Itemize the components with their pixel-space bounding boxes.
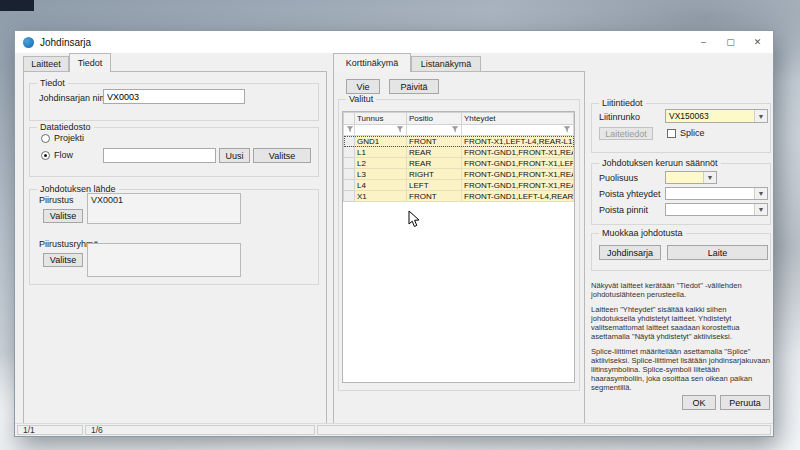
table-cell: FRONT-GND1,FRONT-X1,REAR-... [462, 169, 574, 180]
table-cell: RIGHT [407, 169, 462, 180]
edit-harness-button[interactable]: Johdinsarja [599, 245, 661, 260]
device-info-button[interactable]: Laitetiedot [599, 127, 653, 140]
info-text: Näkyvät laitteet kerätään "Tiedot" -väli… [591, 281, 772, 398]
table-row[interactable]: L2REARFRONT-GND1,FRONT-X1,LEFT-... [344, 158, 574, 169]
table-row[interactable]: GND1FRONTFRONT-X1,LEFT-L4,REAR-L1,R... [344, 136, 574, 147]
title-bar: Johdinsarja – ▢ ✕ [15, 31, 773, 53]
rules-group-title: Johdotuksen keruun säännöt [599, 158, 721, 168]
table-cell: L3 [355, 169, 407, 180]
edit-device-button[interactable]: Laite [667, 245, 768, 260]
table-row[interactable]: X1FRONTFRONT-GND1,LEFT-L4,REAR-L1... [344, 191, 574, 202]
harness-name-label: Johdinsarjan nimi [39, 93, 109, 103]
radio-projekti[interactable]: Projekti [41, 133, 84, 143]
connector-group-title: Liitintiedot [599, 98, 646, 108]
select-file-button[interactable]: Valitse [253, 148, 311, 163]
select-drawing-group-button[interactable]: Valitse [43, 253, 83, 267]
tab-laitteet[interactable]: Laitteet [23, 56, 69, 71]
window-controls: – ▢ ✕ [690, 31, 771, 53]
chevron-down-icon: ▼ [754, 204, 767, 215]
table-header-row: Tunnus Positio Yhteydet [344, 113, 574, 125]
minimize-icon[interactable]: – [690, 31, 717, 53]
filter-icon[interactable] [396, 125, 404, 133]
table-row[interactable]: L3RIGHTFRONT-GND1,FRONT-X1,REAR-... [344, 169, 574, 180]
table-cell: LEFT [407, 180, 462, 191]
filter-row [344, 125, 574, 136]
header-indicator-cell [344, 113, 355, 125]
new-button[interactable]: Uusi [219, 148, 250, 163]
selected-group-title: Valitut [346, 94, 376, 104]
info-paragraph: Laitteen "Yhteydet" sisältää kaikki siih… [591, 305, 772, 341]
johdinsarja-dialog: Johdinsarja – ▢ ✕ Laitteet Tiedot Tiedot… [14, 30, 774, 437]
connector-body-value: VX150063 [666, 110, 754, 122]
table-cell: FRONT [407, 136, 462, 147]
table-cell: FRONT-X1,LEFT-L4,REAR-L1,R... [462, 136, 574, 147]
table-cell: GND1 [355, 136, 407, 147]
column-header-positio[interactable]: Positio [407, 113, 462, 125]
chevron-down-icon: ▼ [754, 188, 767, 199]
table-cell: L2 [355, 158, 407, 169]
table-cell: REAR [407, 147, 462, 158]
table-cell: FRONT-GND1,FRONT-X1,REAR-... [462, 180, 574, 191]
select-drawing-button[interactable]: Valitse [43, 209, 83, 223]
flow-file-input[interactable] [103, 148, 216, 163]
tiedot-group-title: Tiedot [37, 78, 68, 88]
radio-projekti-label: Projekti [54, 133, 84, 143]
cancel-button[interactable]: Peruuta [720, 395, 770, 410]
device-table-body: GND1FRONTFRONT-X1,LEFT-L4,REAR-L1,R...L1… [344, 136, 574, 202]
device-grid: Tunnus Positio Yhteydet GND1FRONTFRONT-X… [342, 111, 575, 383]
radio-checked-icon [41, 151, 50, 160]
drawing-value-box[interactable]: VX0001 [87, 193, 241, 224]
column-header-yhteydet[interactable]: Yhteydet [462, 113, 574, 125]
table-cell: L1 [355, 147, 407, 158]
row-indicator [344, 180, 355, 191]
remove-pins-value [666, 204, 754, 215]
polarity-combo[interactable]: ▼ [665, 171, 717, 184]
maximize-icon[interactable]: ▢ [717, 31, 744, 53]
polarity-label: Puolisuus [599, 173, 638, 183]
filter-icon[interactable] [451, 125, 459, 133]
close-icon[interactable]: ✕ [744, 31, 771, 53]
table-cell: L4 [355, 180, 407, 191]
remove-pins-combo[interactable]: ▼ [665, 203, 768, 216]
table-row[interactable]: L4LEFTFRONT-GND1,FRONT-X1,REAR-... [344, 180, 574, 191]
drawing-group-value-box[interactable] [87, 243, 241, 277]
ok-button[interactable]: OK [682, 395, 716, 410]
row-indicator [344, 191, 355, 202]
table-cell: FRONT-GND1,LEFT-L4,REAR-L1... [462, 191, 574, 202]
row-indicator [344, 169, 355, 180]
radio-flow[interactable]: Flow [41, 150, 73, 160]
status-cell-middle: 1/6 [85, 425, 315, 435]
remove-pins-label: Poista pinnit [599, 205, 648, 215]
app-icon [23, 37, 34, 48]
tab-korttinakyma[interactable]: Korttinäkymä [333, 53, 411, 72]
tab-tiedot[interactable]: Tiedot [69, 53, 111, 72]
refresh-button[interactable]: Päivitä [389, 79, 439, 94]
background-artifact [0, 0, 34, 11]
info-paragraph: Näkyvät laitteet kerätään "Tiedot" -väli… [591, 281, 772, 299]
remove-connections-combo[interactable]: ▼ [665, 187, 768, 200]
connector-body-combo[interactable]: VX150063 ▼ [665, 109, 768, 123]
harness-name-input[interactable] [103, 89, 245, 104]
checkbox-icon [667, 129, 676, 138]
export-button[interactable]: Vie [346, 79, 380, 94]
drawing-label: Piirustus [39, 195, 74, 205]
chevron-down-icon: ▼ [703, 172, 716, 183]
table-cell: FRONT-GND1,FRONT-X1,REAR-... [462, 147, 574, 158]
radio-flow-label: Flow [54, 150, 73, 160]
mouse-cursor [408, 210, 421, 229]
table-row[interactable]: L1REARFRONT-GND1,FRONT-X1,REAR-... [344, 147, 574, 158]
tab-listanakyma[interactable]: Listanäkymä [411, 56, 481, 71]
table-cell: FRONT-GND1,FRONT-X1,LEFT-... [462, 158, 574, 169]
polarity-value [666, 172, 703, 183]
connector-body-label: Liitinrunko [599, 112, 640, 122]
filter-icon[interactable] [563, 125, 571, 133]
filter-icon[interactable] [346, 125, 354, 133]
window-title: Johdinsarja [40, 37, 91, 48]
splice-checkbox[interactable]: Splice [667, 128, 705, 138]
table-cell: FRONT [407, 191, 462, 202]
remove-connections-label: Poista yhteydet [599, 189, 661, 199]
column-header-tunnus[interactable]: Tunnus [355, 113, 407, 125]
chevron-down-icon: ▼ [754, 110, 767, 122]
row-indicator [344, 147, 355, 158]
remove-connections-value [666, 188, 754, 199]
